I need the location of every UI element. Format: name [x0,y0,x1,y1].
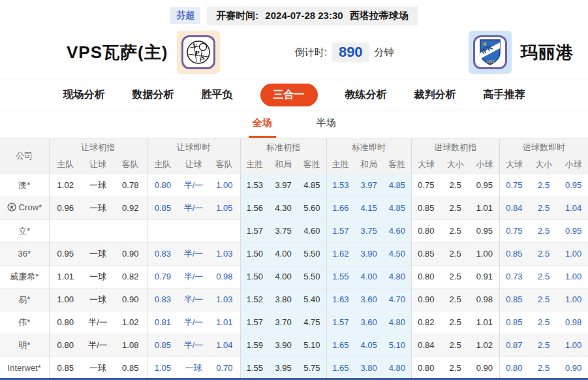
odds-cell: 1.55 [326,265,354,288]
odds-cell: 0.73 [499,265,529,288]
table-row: 伟*0.80半/一1.020.81半/一1.011.573.704.751.57… [0,311,588,334]
odds-cell: 0.85 [499,242,529,265]
odds-cell: 1.01 [470,311,499,334]
company-name: 易* [18,294,30,306]
sub-header-5-0: 大球 [499,156,529,174]
odds-cell: 1.65 [326,334,354,356]
period-tab-0[interactable]: 全场 [249,110,276,138]
period-tab-1[interactable]: 半场 [313,110,340,138]
odds-cell: 4.85 [383,197,411,219]
odds-cell: 2.5 [441,334,470,356]
odds-cell: 4.05 [354,334,383,356]
company-cell-0[interactable]: 澳* [0,174,49,197]
odds-cell: 3.90 [354,242,383,265]
odds-cell: 1.57 [326,219,354,242]
company-name: 36* [18,249,31,259]
odds-cell: 0.91 [470,265,499,288]
sub-header-1-1: 让球 [178,156,209,174]
odds-cell: 3.97 [354,174,383,197]
odds-cell: 1.01 [470,197,499,219]
odds-cell: 1.53 [326,174,354,197]
odds-cell: 0.80 [499,356,529,379]
odds-cell: 5.10 [298,334,326,356]
table-row: Interwet*0.85一球0.851.05一球0.701.553.955.7… [0,356,588,379]
odds-cell: 1.03 [209,288,240,311]
nav-tab-2[interactable]: 胜平负 [202,84,233,106]
company-cell-1[interactable]: Crow* [0,197,49,219]
odds-cell: 4.50 [383,242,411,265]
odds-cell: 3.75 [354,219,383,242]
odds-cell: 1.57 [240,219,269,242]
company-cell-6[interactable]: 伟* [0,311,49,334]
company-cell-7[interactable]: 明* [0,334,49,356]
odds-cell: 0.80 [49,311,82,334]
odds-cell: 1.03 [209,242,240,265]
company-cell-2[interactable]: 立* [0,219,49,242]
odds-cell: 2.5 [529,174,559,197]
odds-cell: 0.83 [147,242,178,265]
odds-cell: 0.96 [49,197,82,219]
svg-text:P: P [195,49,200,57]
away-team-logo-icon: 4 IFK 1919 [469,31,512,74]
company-cell-3[interactable]: 36* [0,242,49,265]
nav-tab-5[interactable]: 裁判分析 [414,84,456,106]
odds-cell: 3.95 [269,356,298,379]
company-name: Interwet* [8,363,41,373]
sub-header-3-1: 和局 [354,156,383,174]
odds-cell: 1.00 [559,242,588,265]
odds-cell: 1.04 [559,197,588,219]
odds-cell: 0.95 [559,219,588,242]
company-cell-5[interactable]: 易* [0,288,49,311]
odds-cell: 0.80 [411,265,441,288]
odds-cell: 一球 [82,197,114,219]
odds-cell: 1.65 [326,356,354,379]
odds-cell: 1.00 [559,288,588,311]
odds-cell: 3.60 [354,311,383,334]
table-row: 威廉希*1.01一球0.820.79半/一0.981.504.005.501.5… [0,265,588,288]
company-cell-4[interactable]: 威廉希* [0,265,49,288]
nav-tab-1[interactable]: 数据分析 [132,84,174,106]
odds-cell: 2.5 [441,311,470,334]
nav-tab-3[interactable]: 三合一 [260,84,318,106]
odds-cell: 1.00 [559,334,588,356]
group-header-2: 标准初指 [240,138,326,156]
odds-cell: 1.05 [147,356,178,379]
odds-cell: 4.80 [383,356,411,379]
sub-header-0-2: 客队 [114,156,147,174]
odds-cell: 1.52 [240,288,269,311]
svg-text:S: S [201,54,205,61]
nav-tab-4[interactable]: 教练分析 [345,84,387,106]
odds-cell: 2.5 [441,219,470,242]
odds-cell: 2.5 [441,174,470,197]
odds-table: 公司让球初指让球即时标准初指标准即时进球数初指进球数即时主队让球客队主队让球客队… [0,138,588,379]
odds-cell: 0.95 [559,174,588,197]
odds-cell: 半/一 [178,265,209,288]
odds-cell: 2.5 [441,242,470,265]
odds-cell: 4.70 [383,288,411,311]
odds-cell: 0.84 [499,197,529,219]
odds-cell: 3.80 [354,356,383,379]
group-header-5: 进球数即时 [499,138,588,156]
odds-cell: 1.57 [240,311,269,334]
company-name: 立* [18,225,30,237]
odds-cell: 2.5 [529,197,559,219]
soccer-ball-icon [7,202,16,212]
odds-cell: 0.98 [209,265,240,288]
countdown: 倒计时: 890 分钟 [220,42,469,62]
company-name: 澳* [18,180,30,191]
odds-cell: 4.85 [298,174,326,197]
odds-cell: 0.92 [114,197,147,219]
nav-tab-0[interactable]: 现场分析 [63,84,105,106]
odds-cell: 0.85 [49,356,82,379]
company-name: Crow* [19,202,42,212]
odds-cell: 0.80 [411,356,441,379]
odds-cell: 5.50 [298,242,326,265]
odds-cell: 1.02 [470,334,499,356]
away-team: 4 IFK 1919 玛丽港 [469,31,574,74]
league-badge[interactable]: 芬超 [170,7,200,24]
odds-cell: 0.70 [209,356,240,379]
company-cell-8[interactable]: Interwet* [0,356,49,379]
nav-tab-6[interactable]: 高手推荐 [484,84,525,106]
countdown-unit: 分钟 [375,46,394,59]
odds-cell: 4.30 [269,197,298,219]
